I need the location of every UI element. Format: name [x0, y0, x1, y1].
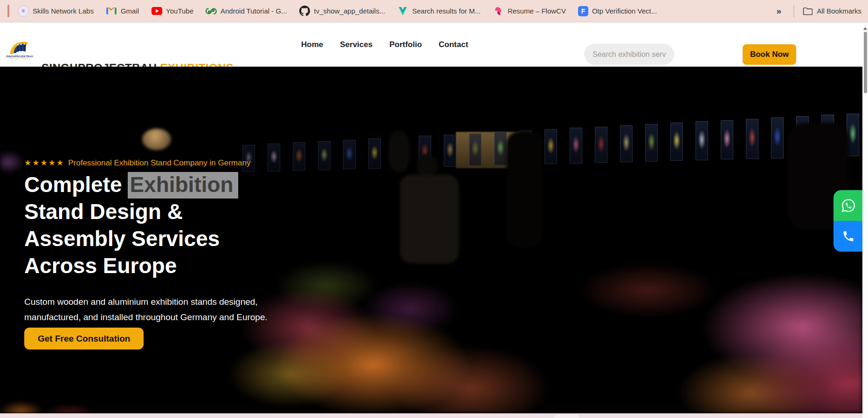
bottom-peek-element	[553, 414, 580, 418]
bookmark-item-otp-verifiction[interactable]: F Otp Verifiction Vect...	[578, 6, 657, 16]
bottom-page-strip	[0, 413, 862, 418]
display-case	[847, 114, 859, 157]
vertical-scrollbar-thumb[interactable]	[864, 32, 867, 93]
display-case	[343, 140, 356, 170]
folder-icon	[802, 6, 813, 17]
gmail-icon	[106, 6, 117, 17]
hero-paragraph: Custom wooden and aluminium exhibition s…	[24, 294, 290, 325]
bookmark-label: tv_show_app_details...	[314, 7, 386, 15]
hero-heading-line3: Assembly Services	[24, 225, 285, 252]
bookmark-label: Skills Network Labs	[33, 7, 94, 15]
get-free-consultation-button[interactable]: Get Free Consultation	[24, 328, 144, 349]
youtube-icon	[151, 6, 162, 17]
heading-text: Complete	[24, 172, 128, 197]
bookmark-item-resume-flowcv[interactable]: Resume – FlowCV	[493, 6, 566, 17]
tagline-text: Professional Exhibition Stand Company in…	[68, 158, 250, 167]
search-input[interactable]	[584, 50, 674, 59]
visitor-silhouette	[388, 131, 410, 172]
phone-icon	[842, 230, 855, 243]
bookmark-label: Search results for M...	[412, 7, 481, 15]
visitor-silhouette	[400, 175, 459, 263]
display-case	[696, 121, 708, 160]
search-pill	[584, 44, 674, 65]
hero-section: ★★★★★Professional Exhibition Stand Compa…	[0, 67, 862, 413]
bookmarks-separator	[793, 5, 794, 17]
display-case	[318, 141, 331, 170]
display-case	[268, 144, 280, 171]
display-case	[620, 125, 633, 162]
display-case	[293, 142, 305, 171]
site-header: SINGHPROJEKTBAU EXHIBITIONS SINGHPROJECT…	[0, 22, 868, 67]
display-case	[368, 138, 381, 169]
nav-item-portfolio[interactable]: Portfolio	[389, 40, 422, 49]
hero-heading-line2: Stand Design &	[24, 198, 285, 225]
bookmark-label: Android Tutorial - G...	[220, 7, 287, 15]
nav-item-contact[interactable]: Contact	[439, 40, 468, 49]
display-case	[645, 124, 658, 161]
display-case	[721, 120, 733, 160]
display-case	[771, 117, 784, 158]
hero-heading-line1: Complete Exhibition	[24, 171, 285, 198]
phone-button[interactable]	[834, 221, 863, 252]
display-case	[670, 123, 683, 161]
visitor-silhouette	[142, 129, 171, 150]
page: ✳ Skills Network Labs Gmail Yo	[0, 0, 868, 418]
nav-item-services[interactable]: Services	[340, 40, 372, 49]
flowcv-icon	[493, 6, 504, 17]
display-case	[595, 127, 607, 163]
hero-heading-line4: Across Europe	[24, 252, 285, 279]
logo-booth-icon	[6, 39, 31, 55]
bookmark-item-skills-network[interactable]: ✳ Skills Network Labs	[18, 6, 94, 17]
bookmarks-overflow-chevron[interactable]: »	[772, 6, 786, 16]
site-logo[interactable]: SINGHPROJEKTBAU EXHIBITIONS	[6, 39, 32, 60]
display-case	[746, 119, 758, 159]
display-case	[469, 133, 482, 166]
five-star-rating: ★★★★★	[24, 158, 64, 167]
display-case	[544, 129, 557, 164]
hero-heading: Complete Exhibition Stand Design & Assem…	[24, 171, 285, 279]
bookmark-item-gmail[interactable]: Gmail	[106, 6, 139, 17]
bookmarks-bar: ✳ Skills Network Labs Gmail Yo	[0, 0, 868, 22]
main-nav: Home Services Portfolio Contact	[301, 22, 468, 67]
bookmark-label: YouTube	[166, 7, 193, 15]
bookmark-label: Resume – FlowCV	[508, 7, 566, 15]
bookmark-item-tv-show-app[interactable]: tv_show_app_details...	[299, 6, 386, 17]
display-case	[444, 135, 456, 167]
whatsapp-button[interactable]	[834, 190, 863, 221]
vecteezy-icon	[397, 6, 408, 17]
geeksforgeeks-icon	[206, 6, 217, 17]
all-bookmarks-button[interactable]: All Bookmarks	[802, 6, 861, 17]
github-icon	[299, 6, 310, 17]
logo-subcaption: EXHIBITIONS	[6, 58, 32, 60]
bookmarks-divider	[7, 5, 9, 17]
visitor-silhouette	[506, 131, 543, 247]
bookmark-label: Otp Verifiction Vect...	[592, 7, 657, 15]
bookmark-item-search-results[interactable]: Search results for M...	[397, 6, 481, 17]
floating-contact-widget	[834, 190, 863, 252]
bookmark-item-android-tutorial[interactable]: Android Tutorial - G...	[206, 6, 287, 17]
bookmarks-bar-right: » All Bookmarks	[772, 5, 861, 17]
display-case	[570, 128, 582, 163]
nav-item-home[interactable]: Home	[301, 40, 323, 49]
book-now-button[interactable]: Book Now	[743, 44, 796, 65]
bookmark-label: Gmail	[121, 7, 139, 15]
whatsapp-icon	[841, 198, 856, 213]
scrollbar-up-arrow[interactable]	[863, 27, 867, 30]
bookmark-item-youtube[interactable]: YouTube	[151, 6, 193, 17]
blue-f-icon: F	[578, 6, 588, 16]
skills-network-icon: ✳	[18, 6, 29, 17]
all-bookmarks-label: All Bookmarks	[817, 7, 861, 15]
display-case	[494, 132, 507, 165]
hero-tagline: ★★★★★Professional Exhibition Stand Compa…	[24, 158, 250, 168]
heading-highlight: Exhibition	[128, 172, 238, 199]
